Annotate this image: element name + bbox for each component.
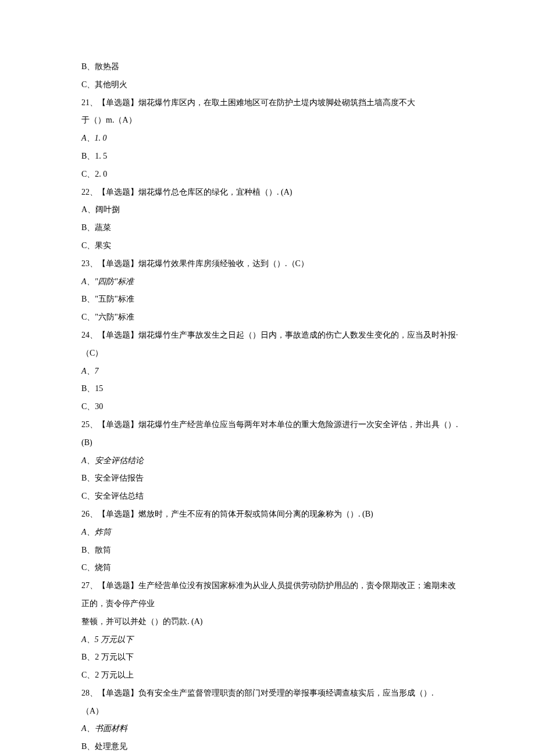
text-line: A、5 万元以下 — [81, 631, 459, 649]
text-line: 23、【单选题】烟花爆竹效果件库房须经验收，达到（）.（C） — [81, 255, 459, 273]
text-line: 24、【单选题】烟花爆竹生产事故发生之日起（）日内，事故造成的伤亡人数发生变化的… — [81, 327, 459, 363]
text-line: C、烧筒 — [81, 559, 459, 577]
text-line: B、15 — [81, 380, 459, 398]
text-line: B、蔬菜 — [81, 219, 459, 237]
text-line: A、书面材料 — [81, 720, 459, 738]
text-line: A、"四防"标准 — [81, 273, 459, 291]
text-line: A、阔叶捌 — [81, 201, 459, 219]
text-line: A、7 — [81, 363, 459, 381]
text-line: B、处理意见 — [81, 738, 459, 756]
text-line: 26、【单选题】燃放时，产生不应有的筒体开裂或筒体间分离的现象称为（）. (B) — [81, 506, 459, 524]
text-line: B、安全评估报告 — [81, 470, 459, 488]
text-line: 21、【单选题】烟花爆竹库区内，在取土困难地区可在防护土堤内坡脚处砌筑挡土墙高度… — [81, 94, 459, 112]
text-line: 25、【单选题】烟花爆竹生产经营单位应当每两年对本单位的重大危险源进行一次安全评… — [81, 416, 459, 452]
text-line: A、炸筒 — [81, 524, 459, 542]
text-line: C、安全评估总结 — [81, 488, 459, 506]
text-line: B、"五防"标准 — [81, 291, 459, 309]
text-line: B、散筒 — [81, 542, 459, 560]
text-line: B、散热器 — [81, 58, 459, 76]
text-line: C、30 — [81, 398, 459, 416]
text-line: 于（）m.（A） — [81, 112, 459, 130]
text-line: 27、【单选题】生产经营单位没有按国家标准为从业人员提供劳动防护用品的，责令限期… — [81, 577, 459, 613]
text-line: C、2 万元以上 — [81, 667, 459, 685]
text-line: C、其他明火 — [81, 76, 459, 94]
text-line: C、"六防"标准 — [81, 309, 459, 327]
text-line: 28、【单选题】负有安全生产监督管理职责的部门对受理的举报事项经调查核实后，应当… — [81, 685, 459, 703]
text-line: B、1. 5 — [81, 148, 459, 166]
text-line: C、2. 0 — [81, 166, 459, 184]
text-line: A、安全评估结论 — [81, 452, 459, 470]
text-line: B、2 万元以下 — [81, 648, 459, 667]
text-line: （A） — [81, 703, 459, 721]
document-body: B、散热器C、其他明火21、【单选题】烟花爆竹库区内，在取土困难地区可在防护土堤… — [81, 58, 459, 756]
text-line: A、1. 0 — [81, 130, 459, 148]
text-line: C、果实 — [81, 237, 459, 255]
text-line: 整顿，并可以并处（）的罚款. (A) — [81, 613, 459, 631]
text-line: 22、【单选题】烟花爆竹总仓库区的绿化，宜种植（）. (A) — [81, 184, 459, 202]
